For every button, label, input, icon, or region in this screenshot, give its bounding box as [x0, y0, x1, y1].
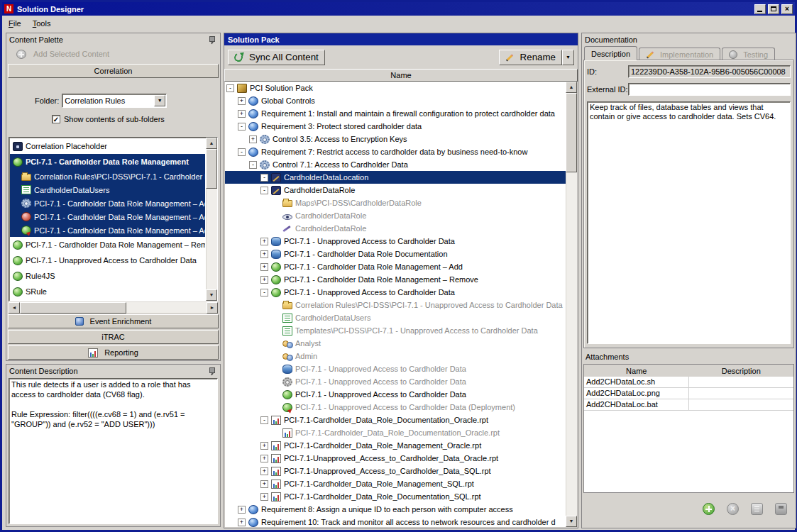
- menu-item-tools[interactable]: Tools: [28, 18, 56, 29]
- scroll-down-button[interactable]: ▼: [566, 516, 577, 527]
- tree-item[interactable]: +Requirement 8: Assign a unique ID to ea…: [225, 503, 566, 516]
- tree-item[interactable]: CardholderDataUsers: [225, 311, 566, 324]
- tree-expander[interactable]: -: [260, 289, 268, 297]
- palette-section-itrac[interactable]: iTRAC: [8, 330, 219, 344]
- tree-item[interactable]: PCI-7.1-Cardholder_Data_Role_Documentati…: [225, 426, 566, 439]
- attachment-row[interactable]: Add2CHDataLoc.png: [584, 388, 793, 399]
- palette-item[interactable]: PCI-7.1 - Cardholder Data Role Managemen…: [10, 154, 205, 170]
- palette-list-vscrollbar[interactable]: ▲ ▼: [206, 138, 217, 301]
- tree-expander[interactable]: -: [260, 174, 268, 182]
- show-subfolders-checkbox[interactable]: ✓: [52, 115, 60, 123]
- tree-item[interactable]: +PCI-7.1-Cardholder_Data_Role_Management…: [225, 439, 566, 452]
- tree-item[interactable]: PCI-7.1 - Unapproved Access to Cardholde…: [225, 375, 566, 388]
- tree-item[interactable]: Correlation Rules\PCI-DSS\PCI-7.1 - Unap…: [225, 299, 566, 311]
- palette-item[interactable]: SRule: [10, 284, 205, 299]
- tree-expander[interactable]: -: [249, 161, 257, 169]
- tree-expander[interactable]: +: [238, 506, 246, 514]
- tree-item[interactable]: PCI-7.1 - Unapproved Access to Cardholde…: [225, 401, 566, 414]
- dropdown-arrow-icon[interactable]: ▼: [154, 95, 165, 106]
- tree-expander[interactable]: -: [260, 416, 268, 424]
- tree-item[interactable]: +PCI-7.1 - Cardholder Data Role Document…: [225, 248, 566, 260]
- tree-item[interactable]: +Global Controls: [225, 94, 566, 107]
- minimize-button[interactable]: [754, 4, 766, 14]
- folder-dropdown[interactable]: Correlation Rules ▼: [62, 94, 167, 108]
- tree-item[interactable]: +PCI-7.1-Cardholder_Data_Role_Documentat…: [225, 490, 566, 503]
- tab-description[interactable]: Description: [584, 46, 637, 60]
- name-column-header[interactable]: Name: [224, 69, 578, 82]
- tree-expander[interactable]: +: [260, 263, 268, 271]
- palette-item[interactable]: Rule4JS: [10, 268, 205, 284]
- tree-item[interactable]: +PCI-7.1-Cardholder_Data_Role_Management…: [225, 477, 566, 490]
- save-attachment-button[interactable]: [775, 503, 787, 515]
- tree-item[interactable]: -PCI Solution Pack: [225, 82, 566, 94]
- rename-dropdown-button[interactable]: ▼: [562, 50, 574, 65]
- tree-item[interactable]: Admin: [225, 350, 566, 362]
- tree-expander[interactable]: +: [260, 493, 268, 501]
- tab-implementation[interactable]: Implementation: [639, 48, 720, 60]
- tree-expander[interactable]: -: [238, 123, 246, 131]
- tree-expander[interactable]: +: [260, 480, 268, 488]
- palette-section-event-enrichment[interactable]: Event Enrichment: [8, 314, 219, 328]
- tree-expander[interactable]: +: [238, 97, 246, 105]
- tree-expander[interactable]: +: [238, 519, 246, 526]
- tree-expander[interactable]: +: [260, 250, 268, 258]
- tree-item[interactable]: -Requirement 3: Protect stored cardholde…: [225, 120, 566, 133]
- tree-item[interactable]: +PCI-7.1 - Cardholder Data Role Manageme…: [225, 260, 566, 273]
- maximize-button[interactable]: [768, 4, 779, 14]
- scroll-thumb[interactable]: [206, 149, 217, 189]
- add-attachment-button[interactable]: [703, 503, 715, 515]
- pin-icon[interactable]: [209, 367, 217, 375]
- tree-item[interactable]: -CardholderDataLocation: [225, 171, 566, 184]
- tree-expander[interactable]: -: [238, 148, 246, 156]
- delete-attachment-button[interactable]: [727, 503, 739, 515]
- palette-list-hscrollbar[interactable]: ◄ ►: [9, 301, 218, 313]
- tree-item[interactable]: +Control 3.5: Access to Encryption Keys: [225, 133, 566, 145]
- tree-item[interactable]: CardholderDataRole: [225, 209, 566, 222]
- pin-icon[interactable]: [209, 35, 217, 44]
- tree-item[interactable]: -Control 7.1: Access to Cardholder Data: [225, 158, 566, 171]
- tree-item[interactable]: +PCI-7.1-Unapproved_Access_to_Cardholder…: [225, 452, 566, 465]
- tree-expander[interactable]: +: [260, 467, 268, 475]
- palette-item[interactable]: PCI-7.1 - Cardholder Data Role Managemen…: [10, 237, 205, 253]
- palette-item[interactable]: PCI-7.1 - Cardholder Data Role Managemen…: [10, 196, 205, 210]
- tree-item[interactable]: Analyst: [225, 337, 566, 350]
- description-textarea[interactable]: Keep track of files, database tables and…: [587, 101, 791, 344]
- tree-item[interactable]: +PCI-7.1 - Unapproved Access to Cardhold…: [225, 235, 566, 248]
- tree-expander[interactable]: +: [238, 110, 246, 118]
- tree-item[interactable]: -CardholderDataRole: [225, 184, 566, 196]
- palette-section-reporting[interactable]: Reporting: [8, 345, 219, 360]
- tree-expander[interactable]: +: [260, 238, 268, 245]
- tree-item[interactable]: +Requirement 1: Install and maintain a f…: [225, 107, 566, 120]
- scroll-thumb[interactable]: [566, 93, 577, 172]
- rename-button[interactable]: Rename: [499, 50, 562, 65]
- attachment-row[interactable]: Add2CHDataLoc.sh: [584, 377, 793, 388]
- palette-item[interactable]: Correlation Rules\PCI-DSS\PCI-7.1 - Card…: [10, 170, 205, 183]
- scroll-left-button[interactable]: ◄: [9, 302, 20, 314]
- add-selected-content-button[interactable]: Add Selected Content: [6, 45, 220, 62]
- external-id-field[interactable]: [628, 83, 791, 96]
- tree-item[interactable]: +PCI-7.1-Unapproved_Access_to_Cardholder…: [225, 465, 566, 477]
- tree-item[interactable]: +PCI-7.1 - Cardholder Data Role Manageme…: [225, 273, 566, 286]
- palette-item[interactable]: PCI-7.1 - Cardholder Data Role Managemen…: [10, 223, 205, 237]
- attachment-row[interactable]: Add2CHDataLoc.bat: [584, 399, 793, 411]
- tree-item[interactable]: PCI-7.1 - Unapproved Access to Cardholde…: [225, 388, 566, 401]
- view-attachment-button[interactable]: [751, 503, 763, 515]
- tree-item[interactable]: Maps\PCI-DSS\CardholderDataRole: [225, 196, 566, 209]
- scroll-right-button[interactable]: ►: [207, 302, 218, 314]
- tree-expander[interactable]: +: [260, 455, 268, 462]
- tree-item[interactable]: -PCI-7.1 - Unapproved Access to Cardhold…: [225, 286, 566, 299]
- scroll-up-button[interactable]: ▲: [566, 82, 577, 93]
- tab-testing[interactable]: Testing: [722, 48, 775, 60]
- tree-expander[interactable]: -: [260, 187, 268, 194]
- close-button[interactable]: ×: [781, 4, 793, 14]
- scroll-up-button[interactable]: ▲: [206, 138, 217, 149]
- tree-expander[interactable]: -: [226, 84, 234, 92]
- menu-item-file[interactable]: File: [4, 18, 26, 29]
- tree-item[interactable]: CardholderDataRole: [225, 222, 566, 235]
- palette-item[interactable]: PCI-7.1 - Unapproved Access to Cardholde…: [10, 253, 205, 268]
- tree-vscrollbar[interactable]: ▲ ▼: [566, 82, 577, 527]
- palette-item[interactable]: Correlation Placeholder: [10, 138, 205, 154]
- tree-expander[interactable]: +: [260, 276, 268, 284]
- tree-expander[interactable]: +: [249, 135, 257, 143]
- tree-expander[interactable]: +: [260, 442, 268, 450]
